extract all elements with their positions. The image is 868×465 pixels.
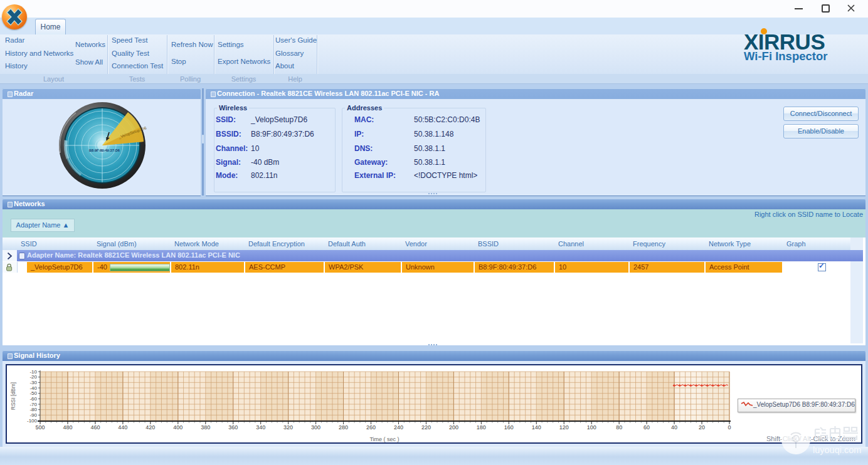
svg-text:40: 40 xyxy=(671,424,677,431)
svg-text:Time ( sec ): Time ( sec ) xyxy=(369,436,399,442)
svg-text:180: 180 xyxy=(477,424,486,431)
svg-text:420: 420 xyxy=(146,424,155,431)
svg-text:280: 280 xyxy=(339,424,348,431)
svg-text:440: 440 xyxy=(118,424,127,431)
svg-text:-20: -20 xyxy=(29,374,37,380)
svg-text:140: 140 xyxy=(532,424,541,431)
svg-text:400: 400 xyxy=(173,424,183,431)
svg-text:500: 500 xyxy=(35,424,45,431)
svg-text:220: 220 xyxy=(421,424,431,431)
svg-text:20: 20 xyxy=(699,424,705,431)
svg-text:380: 380 xyxy=(201,424,210,431)
svg-text:B8:9F:80:49:37:D6: B8:9F:80:49:37:D6 xyxy=(89,149,120,152)
svg-text:-70: -70 xyxy=(29,402,37,407)
svg-text:0: 0 xyxy=(728,424,731,431)
svg-text:360: 360 xyxy=(228,424,238,431)
svg-text:-90: -90 xyxy=(29,412,37,418)
svg-text:luyouqi.com: luyouqi.com xyxy=(813,445,861,455)
svg-text:340: 340 xyxy=(256,424,265,431)
svg-text:RSSI [dBm]: RSSI [dBm] xyxy=(10,382,16,410)
svg-text:460: 460 xyxy=(90,424,100,431)
svg-text:260: 260 xyxy=(366,424,376,431)
svg-text:200: 200 xyxy=(449,424,458,431)
svg-text:-100: -100 xyxy=(27,418,38,424)
svg-text:60: 60 xyxy=(643,424,650,431)
svg-text:-80: -80 xyxy=(29,407,37,412)
svg-text:-30: -30 xyxy=(29,380,37,385)
svg-text:240: 240 xyxy=(394,424,403,431)
svg-text:-40: -40 xyxy=(29,385,37,391)
svg-text:120: 120 xyxy=(559,424,569,431)
svg-text:300: 300 xyxy=(311,424,320,431)
svg-text:320: 320 xyxy=(283,424,293,431)
svg-text:480: 480 xyxy=(63,424,72,431)
svg-text:80: 80 xyxy=(616,424,622,431)
svg-text:-60: -60 xyxy=(29,396,37,402)
svg-text:-10: -10 xyxy=(29,369,37,375)
svg-text:-50: -50 xyxy=(29,390,37,396)
svg-text:160: 160 xyxy=(504,424,514,431)
svg-text:100: 100 xyxy=(587,424,596,431)
